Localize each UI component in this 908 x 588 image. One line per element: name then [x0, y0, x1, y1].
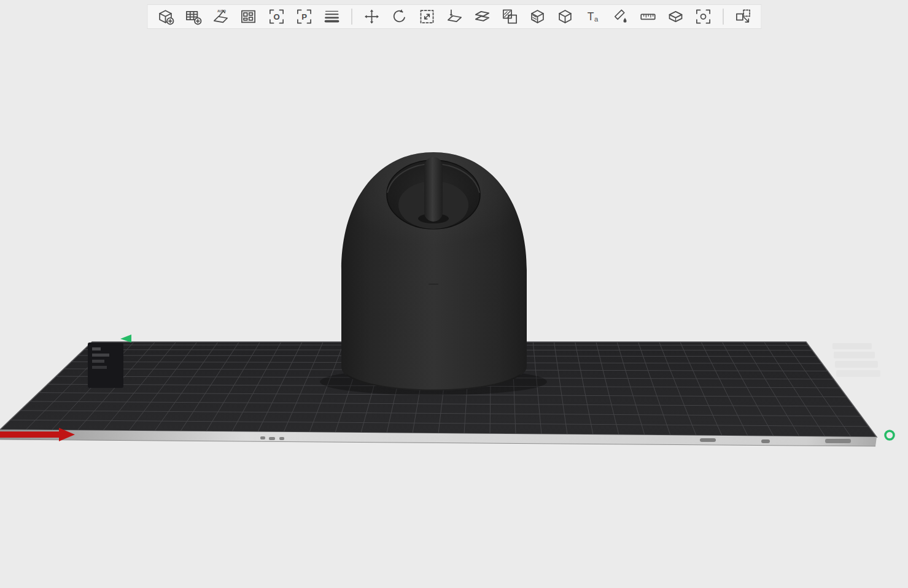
toolbar-text-shape-button[interactable]: Ta: [580, 6, 605, 27]
toolbar-separator: [723, 9, 723, 25]
plate-control-chip[interactable]: [834, 352, 875, 358]
auto-orient-icon: AUTO: [211, 7, 230, 26]
arrange-icon: [239, 7, 257, 26]
svg-text:P: P: [301, 12, 307, 21]
split-to-parts-icon: P: [295, 7, 313, 26]
toolbar-assembly-button[interactable]: [691, 6, 715, 27]
move-icon: [362, 7, 381, 26]
toolbar-group: OP: [264, 6, 344, 27]
application-window: AUTOOPTa: [0, 0, 908, 588]
text-shape-icon: Ta: [583, 7, 602, 26]
scale-icon: [417, 7, 436, 26]
plate-control-chip[interactable]: [836, 370, 880, 377]
assembly-icon: [694, 7, 712, 26]
split-to-objects-icon: O: [267, 7, 285, 26]
toolbar-add-plate-button[interactable]: [180, 6, 205, 27]
toolbar-rotate-button[interactable]: [387, 6, 411, 27]
toolbar-arrange-button[interactable]: [236, 6, 260, 27]
y-axis-indicator: [885, 431, 894, 439]
toolbar-support-painting-button[interactable]: [525, 6, 549, 27]
toolbar-scale-button[interactable]: [414, 6, 439, 27]
svg-text:O: O: [273, 12, 279, 21]
main-toolbar: AUTOOPTa: [147, 4, 761, 29]
3d-viewport[interactable]: [0, 0, 908, 588]
emboss-icon: [666, 7, 685, 26]
toolbar-variable-layer-height-button[interactable]: [319, 6, 344, 27]
model-center-pin: [424, 157, 443, 222]
toolbar-separator: [351, 9, 352, 25]
toolbar-lay-on-face-button[interactable]: [442, 6, 467, 27]
seam-painting-icon: [556, 7, 574, 26]
toolbar-auto-orient-button[interactable]: AUTO: [208, 6, 233, 27]
toolbar-split-to-parts-button[interactable]: P: [292, 6, 316, 27]
toolbar-split-assembly-button[interactable]: [731, 6, 755, 27]
toolbar-emboss-button[interactable]: [663, 6, 688, 27]
toolbar-split-to-objects-button[interactable]: O: [264, 6, 289, 27]
toolbar-group: AUTO: [153, 6, 260, 27]
toolbar-move-button[interactable]: [359, 6, 384, 27]
toolbar-cut-button[interactable]: [470, 6, 494, 27]
toolbar-add-button[interactable]: [153, 6, 177, 27]
toolbar-seam-painting-button[interactable]: [553, 6, 577, 27]
cut-icon: [473, 7, 491, 26]
plate-control-chip[interactable]: [835, 361, 878, 368]
mesh-boolean-icon: [500, 7, 519, 26]
model-object[interactable]: [335, 123, 532, 390]
plate-controls[interactable]: [832, 343, 880, 377]
svg-text:a: a: [594, 15, 599, 23]
add-icon: [156, 7, 174, 26]
rotate-icon: [390, 7, 408, 26]
lay-on-face-icon: [445, 7, 464, 26]
split-assembly-icon: [734, 7, 752, 26]
plate-control-chip[interactable]: [832, 343, 872, 349]
y-axis-arrow: [120, 335, 131, 342]
toolbar-measure-button[interactable]: [635, 6, 660, 27]
measure-icon: [638, 7, 657, 26]
toolbar-group: Ta: [359, 6, 715, 27]
toolbar-group: [731, 6, 755, 27]
toolbar-color-painting-button[interactable]: [608, 6, 632, 27]
support-painting-icon: [528, 7, 546, 26]
add-plate-icon: [184, 7, 202, 26]
toolbar-mesh-boolean-button[interactable]: [497, 6, 522, 27]
plate-side-tag: [88, 342, 123, 388]
color-painting-icon: [611, 7, 629, 26]
variable-layer-height-icon: [322, 7, 341, 26]
svg-text:T: T: [587, 10, 594, 23]
